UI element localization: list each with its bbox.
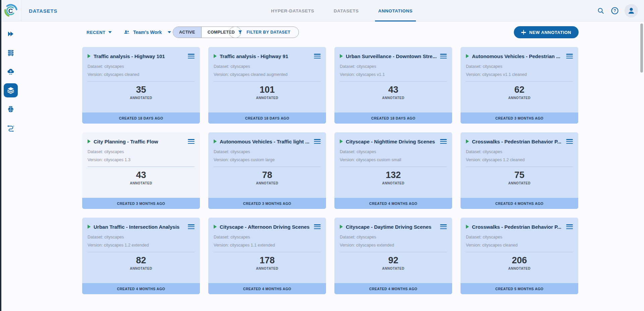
annotated-count: 178 — [208, 255, 326, 266]
app-logo[interactable]: C — [0, 0, 21, 21]
play-icon — [214, 139, 217, 143]
layers-icon — [7, 86, 15, 94]
team-icon — [123, 29, 130, 36]
card-title: Crosswalks - Pedestrian Behavior P... — [472, 224, 563, 230]
filter-by-dataset-label: FILTER BY DATASET — [247, 30, 290, 35]
card-title: Cityscape - Daytime Driving Scenes — [346, 224, 437, 230]
card-dataset: Dataset: cityscapes — [334, 64, 452, 69]
brain-icon — [7, 105, 15, 113]
user-avatar[interactable] — [625, 4, 638, 17]
card-version: Version: cityscapes custom small — [334, 158, 452, 162]
annotated-label: ANNOTATED — [334, 96, 452, 100]
card-created-badge: CREATED 3 MONTHS AGO — [461, 113, 578, 124]
sidebar-item-models[interactable] — [4, 102, 18, 116]
annotation-card[interactable]: Cityscape - Daytime Driving Scenes Datas… — [334, 218, 452, 294]
card-menu-icon[interactable] — [440, 52, 447, 60]
sidebar-item-workers-queues[interactable] — [4, 46, 18, 60]
main-tabs: HYPER-DATASETS DATASETS ANNOTATIONS — [270, 0, 414, 21]
tab-annotations[interactable]: ANNOTATIONS — [377, 0, 414, 21]
annotation-card[interactable]: Urban Surveillance - Downtown Stre... Da… — [334, 47, 452, 124]
card-menu-icon[interactable] — [566, 223, 573, 231]
card-created-badge: CREATED 5 MONTHS AGO — [461, 283, 578, 294]
logo-letter: C — [3, 3, 18, 18]
play-icon — [466, 139, 469, 143]
card-menu-icon[interactable] — [188, 137, 195, 145]
sidebar-item-projects[interactable] — [4, 27, 18, 41]
card-title: Urban Surveillance - Downtown Stre... — [346, 53, 437, 59]
funnel-icon — [237, 30, 243, 35]
card-dataset: Dataset: cityscapes — [461, 235, 578, 239]
annotation-card[interactable]: Cityscape - Nighttime Driving Scenes Dat… — [334, 132, 452, 209]
card-divider — [340, 252, 447, 252]
card-menu-icon[interactable] — [188, 223, 195, 231]
annotated-label: ANNOTATED — [82, 181, 200, 185]
card-menu-icon[interactable] — [566, 52, 573, 60]
card-version: Version: cityscapes cleaned — [461, 243, 578, 248]
card-created-badge: CREATED 4 MONTHS AGO — [334, 198, 452, 209]
help-icon[interactable]: ? — [610, 6, 619, 15]
annotated-label: ANNOTATED — [334, 181, 452, 185]
annotated-count: 78 — [208, 170, 326, 180]
card-menu-icon[interactable] — [188, 52, 195, 60]
card-menu-icon[interactable] — [314, 223, 321, 231]
annotation-card[interactable]: Crosswalks - Pedestrian Behavior P... Da… — [461, 218, 578, 294]
annotated-count: 92 — [334, 255, 452, 266]
top-bar: C DATASETS HYPER-DATASETS DATASETS ANNOT… — [0, 0, 644, 21]
card-menu-icon[interactable] — [440, 137, 447, 145]
card-created-badge: CREATED 3 MONTHS AGO — [82, 198, 200, 209]
annotation-card[interactable]: Crosswalks - Pedestrian Behavior P... Da… — [461, 132, 578, 209]
card-created-badge: CREATED 18 DAYS AGO — [82, 113, 200, 124]
tab-datasets[interactable]: DATASETS — [332, 0, 360, 21]
annotation-card[interactable]: Urban Traffic - Intersection Analysis Da… — [82, 218, 200, 294]
annotated-count: 43 — [334, 85, 452, 95]
annotation-card[interactable]: Traffic analysis - Highway 91 Dataset: c… — [208, 47, 326, 124]
card-menu-icon[interactable] — [314, 137, 321, 145]
card-version: Version: cityscapes 1.2 cleaned — [461, 158, 578, 162]
card-created-badge: CREATED 4 MONTHS AGO — [208, 283, 326, 294]
card-dataset: Dataset: cityscapes — [334, 235, 452, 239]
annotated-label: ANNOTATED — [461, 267, 578, 270]
card-dataset: Dataset: cityscapes — [334, 149, 452, 154]
sidebar-item-pipelines[interactable] — [4, 121, 18, 135]
vertical-scrollbar-thumb[interactable] — [640, 24, 643, 73]
annotation-card[interactable]: City Planning - Traffic Flow Dataset: ci… — [82, 132, 200, 209]
card-divider — [88, 81, 195, 82]
sidebar-item-datasets[interactable] — [4, 83, 18, 97]
card-created-badge: CREATED 3 MONTHS AGO — [208, 198, 326, 209]
chevron-down-icon — [168, 31, 171, 33]
annotated-label: ANNOTATED — [334, 267, 452, 270]
annotated-count: 75 — [461, 170, 578, 180]
card-dataset: Dataset: cityscapes — [82, 235, 200, 239]
annotated-label: ANNOTATED — [208, 181, 326, 185]
annotated-count: 132 — [334, 170, 452, 180]
card-title: Autonomous Vehicles - Pedestrian ... — [472, 53, 563, 59]
card-created-badge: CREATED 4 MONTHS AGO — [334, 283, 452, 294]
sort-dropdown[interactable]: RECENT — [87, 26, 112, 38]
annotation-card[interactable]: Cityscape - Afternoon Driving Scenes Dat… — [208, 218, 326, 294]
sidebar-item-applications[interactable] — [4, 64, 18, 79]
scope-dropdown[interactable]: Team's Work — [123, 26, 171, 38]
card-divider — [466, 252, 573, 252]
card-menu-icon[interactable] — [440, 223, 447, 231]
card-divider — [88, 167, 195, 167]
annotated-count: 62 — [461, 85, 578, 95]
annotation-card[interactable]: Traffic analysis - Highway 101 Dataset: … — [82, 47, 200, 124]
card-dataset: Dataset: cityscapes — [82, 64, 200, 69]
help-question-glyph: ? — [610, 6, 619, 15]
toggle-active[interactable]: ACTIVE — [173, 27, 202, 38]
double-chevron-icon — [7, 30, 15, 38]
annotation-card[interactable]: Autonomous Vehicles - Traffic light ... … — [208, 132, 326, 209]
card-menu-icon[interactable] — [314, 52, 321, 60]
filter-by-dataset-button[interactable]: FILTER BY DATASET — [229, 27, 299, 38]
annotated-label: ANNOTATED — [82, 267, 200, 270]
card-divider — [466, 81, 573, 82]
card-version: Version: cityscapes custom large — [208, 158, 326, 162]
card-version: Version: cityscapes cleaned augmented — [208, 72, 326, 77]
plus-icon — [521, 30, 526, 35]
search-icon[interactable] — [596, 6, 605, 15]
card-menu-icon[interactable] — [566, 137, 573, 145]
card-version: Version: cityscapes 1.3 — [82, 158, 200, 162]
annotation-card[interactable]: Autonomous Vehicles - Pedestrian ... Dat… — [461, 47, 578, 124]
tab-hyper-datasets[interactable]: HYPER-DATASETS — [270, 0, 316, 21]
new-annotation-button[interactable]: NEW ANNOTATION — [514, 26, 579, 38]
